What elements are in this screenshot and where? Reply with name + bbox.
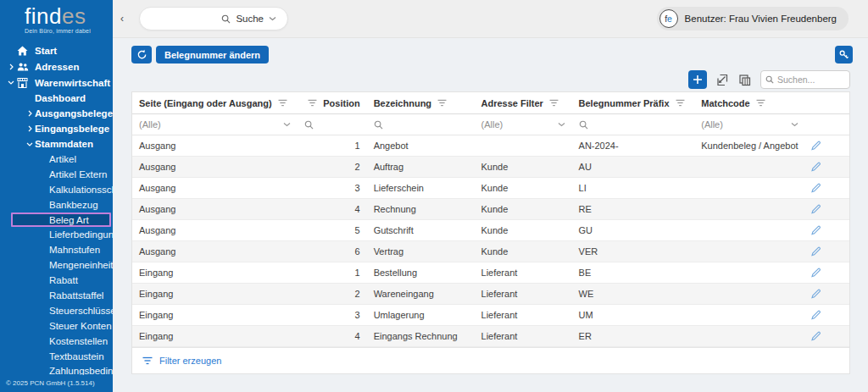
cell-position: 1: [298, 268, 367, 278]
table-row[interactable]: Ausgang4RechnungKundeRE: [132, 199, 849, 220]
app-logo[interactable]: findes Dein Büro, immer dabei: [0, 0, 113, 41]
column-chooser-icon[interactable]: [738, 74, 751, 86]
filter-cell-belegnummer-präfix[interactable]: [572, 120, 695, 130]
column-header-position[interactable]: Position: [298, 98, 367, 108]
chevron-down-icon[interactable]: [558, 122, 565, 127]
header-filter-icon[interactable]: [437, 99, 447, 107]
sidebar-item-eingangsbelege[interactable]: Eingangsbelege: [0, 121, 113, 136]
column-header-bezeichnung[interactable]: Bezeichnung: [367, 98, 475, 108]
chevron-down-icon[interactable]: [791, 122, 798, 127]
sidebar-item-warenwirtschaft[interactable]: Warenwirtschaft: [0, 75, 113, 91]
sidebar-item-artikel-extern[interactable]: Artikel Extern: [0, 167, 113, 182]
table-row[interactable]: Eingang1BestellungLieferantBE: [132, 262, 849, 284]
table-row[interactable]: Eingang4Eingangs RechnungLieferantER: [132, 326, 849, 347]
filter-cell-matchcode[interactable]: (Alle): [694, 119, 804, 130]
sidebar-collapse-button[interactable]: ‹: [115, 12, 129, 25]
edit-row-button[interactable]: [810, 289, 821, 300]
header-filter-icon[interactable]: [549, 99, 559, 107]
chevron-down-icon[interactable]: [283, 122, 291, 127]
header-filter-icon[interactable]: [676, 99, 685, 107]
cell-seite: Eingang: [132, 310, 298, 320]
chevron-down-icon[interactable]: [269, 16, 276, 21]
table-row[interactable]: Eingang3UmlagerungLieferantUM: [132, 305, 849, 326]
cell-bezeichnung: Auftrag: [367, 162, 475, 172]
sidebar-item-label: Zahlungsbedingung: [49, 366, 113, 375]
column-header-adresse-filter[interactable]: Adresse Filter: [475, 98, 572, 108]
sidebar-item-label: Rabattstaffel: [49, 290, 103, 301]
sidebar-item-beleg-art[interactable]: Beleg Art: [11, 213, 111, 228]
sidebar-item-label: Kostenstellen: [49, 336, 108, 346]
table-row[interactable]: Eingang2WareneingangLieferantWE: [132, 284, 849, 305]
chevron-down-icon[interactable]: [6, 80, 16, 85]
sidebar-item-lieferbedingung[interactable]: Lieferbedingung: [0, 227, 113, 242]
pencil-icon: [810, 183, 821, 194]
export-icon[interactable]: [716, 74, 729, 86]
sidebar-item-steuer-konten[interactable]: Steuer Konten: [0, 318, 113, 334]
table-row[interactable]: Ausgang6VertragKundeVER: [132, 241, 849, 262]
edit-row-button[interactable]: [810, 162, 821, 173]
sidebar-item-steuerschlüssel[interactable]: Steuerschlüssel: [0, 303, 113, 318]
edit-row-button[interactable]: [810, 310, 821, 321]
edit-row-button[interactable]: [810, 204, 821, 215]
sidebar-item-kalkulationsschema[interactable]: Kalkulationsschema: [0, 182, 113, 197]
edit-row-button[interactable]: [810, 268, 821, 279]
logo-part-1: find: [25, 3, 62, 29]
header-filter-icon[interactable]: [278, 99, 287, 107]
cell-seite: Eingang: [132, 268, 298, 278]
cell-bezeichnung: Angebot: [367, 141, 475, 151]
sidebar-item-zahlungsbedingung[interactable]: Zahlungsbedingung: [0, 363, 113, 375]
edit-row-button[interactable]: [810, 225, 821, 236]
sidebar-item-label: Warenwirtschaft: [35, 78, 110, 88]
filter-cell-bezeichnung[interactable]: [367, 120, 475, 130]
permissions-key-button[interactable]: [835, 46, 853, 63]
edit-row-button[interactable]: [810, 246, 821, 257]
sidebar-item-stammdaten[interactable]: Stammdaten: [0, 136, 113, 152]
sidebar-item-bankbezug[interactable]: Bankbezug: [0, 197, 113, 213]
global-search[interactable]: Suche: [139, 7, 288, 30]
refresh-button[interactable]: [131, 46, 152, 63]
filter-cell-adresse-filter[interactable]: (Alle): [475, 119, 572, 130]
cell-bezeichnung: Vertrag: [367, 246, 475, 257]
cell-adresse-filter: Kunde: [475, 225, 572, 235]
edit-row-button[interactable]: [810, 141, 821, 152]
add-row-button[interactable]: [688, 70, 707, 89]
sidebar-item-ausgangsbelege[interactable]: Ausgangsbelege: [0, 106, 113, 121]
sidebar-item-mahnstufen[interactable]: Mahnstufen: [0, 242, 113, 257]
pencil-icon: [810, 310, 821, 321]
table-row[interactable]: Ausgang3LieferscheinKundeLI: [132, 178, 849, 199]
column-header-matchcode[interactable]: Matchcode: [694, 98, 804, 108]
sidebar-item-rabatt[interactable]: Rabatt: [0, 273, 113, 288]
column-label: Seite (Eingang oder Ausgang): [139, 98, 272, 108]
table-row[interactable]: Ausgang5GutschriftKundeGU: [132, 220, 849, 241]
sidebar-item-mengeneinheit[interactable]: Mengeneinheit: [0, 257, 113, 273]
filter-cell-seite-eingang-oder-ausgang[interactable]: (Alle): [132, 119, 298, 130]
sidebar-item-adressen[interactable]: Adressen: [0, 58, 113, 75]
sidebar-item-textbaustein[interactable]: Textbaustein: [0, 349, 113, 364]
column-header-seite-eingang-oder-ausgang[interactable]: Seite (Eingang oder Ausgang): [132, 98, 298, 108]
chevron-down-icon[interactable]: [25, 142, 35, 146]
table-row[interactable]: Ausgang2AuftragKundeAU: [132, 157, 849, 178]
sidebar-item-dashboard[interactable]: Dashboard: [0, 91, 113, 106]
sidebar-item-artikel[interactable]: Artikel: [0, 152, 113, 167]
sidebar-item-kostenstellen[interactable]: Kostenstellen: [0, 334, 113, 349]
chevron-right-icon[interactable]: [25, 110, 35, 117]
sidebar-item-rabattstaffel[interactable]: Rabattstaffel: [0, 288, 113, 303]
column-label: Matchcode: [701, 98, 749, 108]
chevron-right-icon[interactable]: [6, 63, 16, 70]
create-filter-link[interactable]: Filter erzeugen: [132, 347, 849, 373]
cell-praefix: ER: [572, 331, 695, 341]
header-filter-icon[interactable]: [756, 99, 765, 107]
change-doc-number-button[interactable]: Belegnummer ändern: [156, 46, 269, 63]
column-header-belegnummer-präfix[interactable]: Belegnummer Präfix: [572, 98, 695, 108]
header-filter-icon[interactable]: [308, 99, 317, 107]
sidebar-item-start[interactable]: Start: [0, 42, 113, 58]
filter-cell-position[interactable]: [298, 120, 367, 130]
pencil-icon: [810, 141, 821, 152]
edit-row-button[interactable]: [810, 331, 821, 342]
chevron-right-icon[interactable]: [25, 125, 35, 132]
grid-search-input[interactable]: [777, 75, 845, 85]
filter-select-value: (Alle): [139, 119, 161, 130]
table-row[interactable]: Ausgang1AngebotAN-2024-Kundenbeleg / Ang…: [132, 135, 849, 157]
user-menu[interactable]: fe Benutzer: Frau Vivien Freudenberg: [657, 7, 849, 30]
edit-row-button[interactable]: [810, 183, 821, 194]
